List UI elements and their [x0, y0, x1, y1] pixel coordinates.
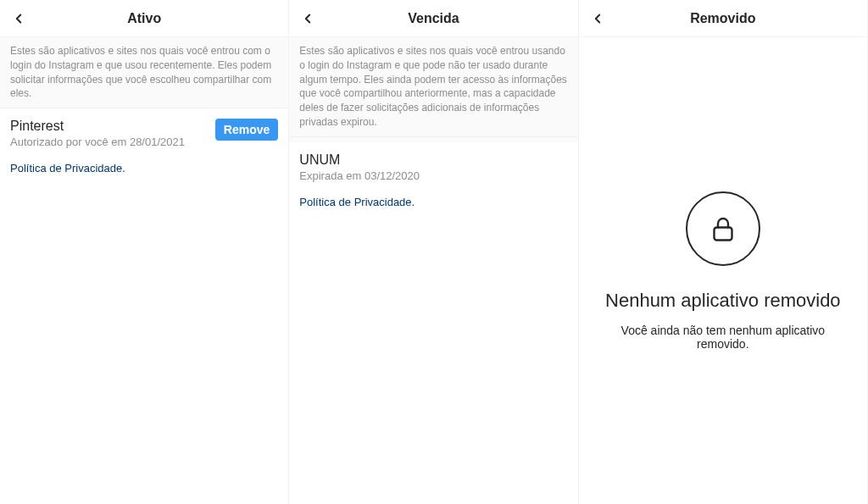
header-removed: Removido — [579, 0, 867, 37]
header-active: Ativo — [0, 0, 288, 37]
back-button[interactable] — [5, 5, 32, 32]
app-info: UNUM Expirada em 03/12/2020 — [299, 152, 567, 182]
page-title: Ativo — [127, 11, 161, 26]
app-item-pinterest[interactable]: Pinterest Autorizado por você em 28/01/2… — [0, 108, 288, 158]
app-subtext: Autorizado por você em 28/01/2021 — [10, 136, 209, 148]
pane-expired: Vencida Estes são aplicativos e sites no… — [289, 0, 578, 504]
empty-title: Nenhum aplicativo removido — [605, 290, 841, 312]
lock-icon — [708, 213, 738, 244]
empty-subtext: Você ainda não tem nenhum aplicativo rem… — [596, 324, 850, 351]
back-button[interactable] — [294, 5, 321, 32]
app-item-unum[interactable]: UNUM Expirada em 03/12/2020 — [289, 142, 577, 192]
back-chevron-icon — [590, 11, 605, 26]
page-title: Vencida — [408, 11, 459, 26]
privacy-policy-link[interactable]: Política de Privacidade. — [0, 158, 288, 185]
svg-rect-0 — [714, 227, 732, 240]
pane-active: Ativo Estes são aplicativos e sites nos … — [0, 0, 289, 504]
app-name: UNUM — [299, 152, 567, 168]
header-expired: Vencida — [289, 0, 577, 37]
empty-state: Nenhum aplicativo removido Você ainda nã… — [579, 37, 867, 504]
remove-button[interactable]: Remove — [215, 119, 278, 141]
description-text: Estes são aplicativos e sites nos quais … — [289, 37, 577, 137]
description-text: Estes são aplicativos e sites nos quais … — [0, 37, 288, 108]
app-subtext: Expirada em 03/12/2020 — [299, 169, 567, 182]
app-info: Pinterest Autorizado por você em 28/01/2… — [10, 119, 209, 148]
back-chevron-icon — [11, 11, 26, 26]
lock-circle — [686, 191, 760, 266]
app-name: Pinterest — [10, 119, 209, 134]
pane-removed: Removido Nenhum aplicativo removido Você… — [579, 0, 868, 504]
privacy-policy-link[interactable]: Política de Privacidade. — [289, 192, 577, 219]
back-button[interactable] — [584, 5, 611, 32]
back-chevron-icon — [300, 11, 315, 26]
page-title: Removido — [690, 11, 755, 26]
